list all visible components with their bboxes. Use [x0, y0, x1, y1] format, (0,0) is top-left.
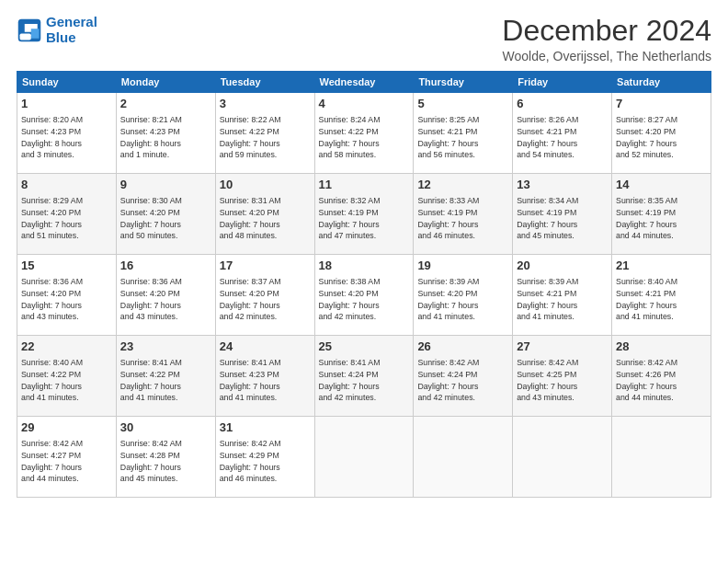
calendar-table: SundayMondayTuesdayWednesdayThursdayFrid… — [17, 71, 711, 498]
day-number: 31 — [220, 419, 311, 437]
day-number: 27 — [517, 339, 608, 356]
day-detail: Sunrise: 8:40 AMSunset: 4:22 PMDaylight:… — [21, 357, 112, 404]
logo-line1: General — [46, 14, 97, 29]
calendar-cell — [612, 417, 711, 498]
day-detail: Sunrise: 8:38 AMSunset: 4:20 PMDaylight:… — [319, 276, 410, 323]
col-header-friday: Friday — [513, 72, 612, 93]
day-number: 15 — [21, 258, 112, 275]
calendar-cell: 11Sunrise: 8:32 AMSunset: 4:19 PMDayligh… — [314, 174, 414, 255]
day-detail: Sunrise: 8:41 AMSunset: 4:22 PMDaylight:… — [120, 357, 211, 404]
week-row-3: 15Sunrise: 8:36 AMSunset: 4:20 PMDayligh… — [17, 255, 711, 336]
day-detail: Sunrise: 8:42 AMSunset: 4:29 PMDaylight:… — [220, 438, 311, 485]
logo-line2: Blue — [46, 29, 76, 45]
calendar-cell: 9Sunrise: 8:30 AMSunset: 4:20 PMDaylight… — [116, 174, 215, 255]
calendar-cell: 29Sunrise: 8:42 AMSunset: 4:27 PMDayligh… — [17, 417, 117, 498]
day-detail: Sunrise: 8:29 AMSunset: 4:20 PMDaylight:… — [21, 195, 112, 242]
day-number: 9 — [120, 177, 211, 194]
day-detail: Sunrise: 8:27 AMSunset: 4:20 PMDaylight:… — [616, 114, 707, 161]
col-header-tuesday: Tuesday — [215, 72, 314, 93]
day-detail: Sunrise: 8:39 AMSunset: 4:21 PMDaylight:… — [517, 276, 608, 323]
calendar-cell: 30Sunrise: 8:42 AMSunset: 4:28 PMDayligh… — [116, 417, 215, 498]
col-header-saturday: Saturday — [612, 72, 711, 93]
day-number: 16 — [120, 258, 211, 275]
day-detail: Sunrise: 8:41 AMSunset: 4:24 PMDaylight:… — [319, 357, 410, 404]
header: General Blue December 2024 Woolde, Overi… — [17, 15, 711, 63]
day-detail: Sunrise: 8:31 AMSunset: 4:20 PMDaylight:… — [220, 195, 311, 242]
day-number: 2 — [120, 96, 211, 113]
day-detail: Sunrise: 8:20 AMSunset: 4:23 PMDaylight:… — [21, 114, 112, 161]
day-number: 23 — [120, 339, 211, 356]
col-header-wednesday: Wednesday — [314, 72, 414, 93]
day-number: 12 — [417, 177, 508, 194]
calendar-cell: 16Sunrise: 8:36 AMSunset: 4:20 PMDayligh… — [116, 255, 215, 336]
calendar-cell — [314, 417, 414, 498]
svg-marker-2 — [31, 29, 40, 39]
day-number: 22 — [21, 339, 112, 356]
calendar-cell: 21Sunrise: 8:40 AMSunset: 4:21 PMDayligh… — [612, 255, 711, 336]
day-detail: Sunrise: 8:42 AMSunset: 4:28 PMDaylight:… — [120, 438, 211, 485]
day-number: 4 — [319, 96, 410, 113]
day-detail: Sunrise: 8:33 AMSunset: 4:19 PMDaylight:… — [417, 195, 508, 242]
calendar-cell — [513, 417, 612, 498]
week-row-2: 8Sunrise: 8:29 AMSunset: 4:20 PMDaylight… — [17, 174, 711, 255]
day-number: 18 — [319, 258, 410, 275]
calendar-cell: 19Sunrise: 8:39 AMSunset: 4:20 PMDayligh… — [414, 255, 513, 336]
calendar-cell: 4Sunrise: 8:24 AMSunset: 4:22 PMDaylight… — [314, 93, 414, 174]
page: General Blue December 2024 Woolde, Overi… — [0, 0, 728, 563]
day-number: 7 — [616, 96, 707, 113]
day-detail: Sunrise: 8:36 AMSunset: 4:20 PMDaylight:… — [21, 276, 112, 323]
calendar-cell: 25Sunrise: 8:41 AMSunset: 4:24 PMDayligh… — [314, 336, 414, 417]
day-detail: Sunrise: 8:35 AMSunset: 4:19 PMDaylight:… — [616, 195, 707, 242]
col-header-monday: Monday — [116, 72, 215, 93]
week-row-5: 29Sunrise: 8:42 AMSunset: 4:27 PMDayligh… — [17, 417, 711, 498]
day-detail: Sunrise: 8:34 AMSunset: 4:19 PMDaylight:… — [517, 195, 608, 242]
calendar-cell: 15Sunrise: 8:36 AMSunset: 4:20 PMDayligh… — [17, 255, 117, 336]
calendar-cell: 31Sunrise: 8:42 AMSunset: 4:29 PMDayligh… — [215, 417, 314, 498]
calendar-cell: 23Sunrise: 8:41 AMSunset: 4:22 PMDayligh… — [116, 336, 215, 417]
day-detail: Sunrise: 8:25 AMSunset: 4:21 PMDaylight:… — [417, 114, 508, 161]
calendar-header-row: SundayMondayTuesdayWednesdayThursdayFrid… — [17, 72, 711, 93]
calendar-cell: 20Sunrise: 8:39 AMSunset: 4:21 PMDayligh… — [513, 255, 612, 336]
main-title: December 2024 — [502, 15, 711, 47]
day-number: 26 — [417, 339, 508, 356]
calendar-cell: 6Sunrise: 8:26 AMSunset: 4:21 PMDaylight… — [513, 93, 612, 174]
day-number: 1 — [21, 96, 112, 113]
calendar-cell: 12Sunrise: 8:33 AMSunset: 4:19 PMDayligh… — [414, 174, 513, 255]
day-detail: Sunrise: 8:36 AMSunset: 4:20 PMDaylight:… — [120, 276, 211, 323]
day-number: 20 — [517, 258, 608, 275]
day-number: 6 — [517, 96, 608, 113]
calendar-cell: 3Sunrise: 8:22 AMSunset: 4:22 PMDaylight… — [215, 93, 314, 174]
logo-text: General Blue — [46, 15, 97, 45]
subtitle: Woolde, Overijssel, The Netherlands — [502, 49, 711, 63]
calendar-cell: 14Sunrise: 8:35 AMSunset: 4:19 PMDayligh… — [612, 174, 711, 255]
calendar-cell: 27Sunrise: 8:42 AMSunset: 4:25 PMDayligh… — [513, 336, 612, 417]
day-number: 11 — [319, 177, 410, 194]
day-number: 19 — [417, 258, 508, 275]
day-detail: Sunrise: 8:32 AMSunset: 4:19 PMDaylight:… — [319, 195, 410, 242]
day-detail: Sunrise: 8:26 AMSunset: 4:21 PMDaylight:… — [517, 114, 608, 161]
logo: General Blue — [17, 15, 97, 45]
day-detail: Sunrise: 8:37 AMSunset: 4:20 PMDaylight:… — [220, 276, 311, 323]
week-row-1: 1Sunrise: 8:20 AMSunset: 4:23 PMDaylight… — [17, 93, 711, 174]
day-number: 29 — [21, 419, 112, 437]
day-detail: Sunrise: 8:39 AMSunset: 4:20 PMDaylight:… — [417, 276, 508, 323]
day-number: 3 — [220, 96, 311, 113]
day-number: 14 — [616, 177, 707, 194]
calendar-cell: 28Sunrise: 8:42 AMSunset: 4:26 PMDayligh… — [612, 336, 711, 417]
title-block: December 2024 Woolde, Overijssel, The Ne… — [502, 15, 711, 63]
calendar-cell: 22Sunrise: 8:40 AMSunset: 4:22 PMDayligh… — [17, 336, 117, 417]
col-header-thursday: Thursday — [414, 72, 513, 93]
calendar-cell: 8Sunrise: 8:29 AMSunset: 4:20 PMDaylight… — [17, 174, 117, 255]
calendar-cell: 1Sunrise: 8:20 AMSunset: 4:23 PMDaylight… — [17, 93, 117, 174]
calendar-cell: 24Sunrise: 8:41 AMSunset: 4:23 PMDayligh… — [215, 336, 314, 417]
calendar-cell — [414, 417, 513, 498]
day-detail: Sunrise: 8:41 AMSunset: 4:23 PMDaylight:… — [220, 357, 311, 404]
calendar-cell: 5Sunrise: 8:25 AMSunset: 4:21 PMDaylight… — [414, 93, 513, 174]
day-detail: Sunrise: 8:42 AMSunset: 4:27 PMDaylight:… — [21, 438, 112, 485]
calendar-cell: 17Sunrise: 8:37 AMSunset: 4:20 PMDayligh… — [215, 255, 314, 336]
col-header-sunday: Sunday — [17, 72, 117, 93]
day-number: 24 — [220, 339, 311, 356]
calendar-cell: 18Sunrise: 8:38 AMSunset: 4:20 PMDayligh… — [314, 255, 414, 336]
day-number: 21 — [616, 258, 707, 275]
svg-rect-3 — [20, 33, 31, 40]
